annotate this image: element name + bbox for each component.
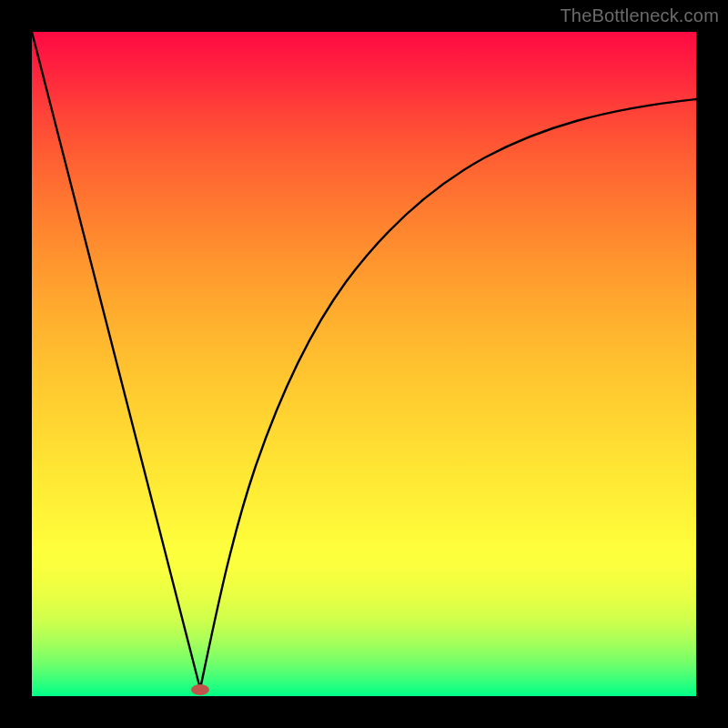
attribution-text: TheBottleneck.com [560,5,719,26]
plot-area [32,32,696,696]
curve-layer [32,32,696,696]
bottleneck-curve [32,32,696,689]
chart-frame: TheBottleneck.com [0,0,728,728]
minimum-marker [191,684,209,695]
